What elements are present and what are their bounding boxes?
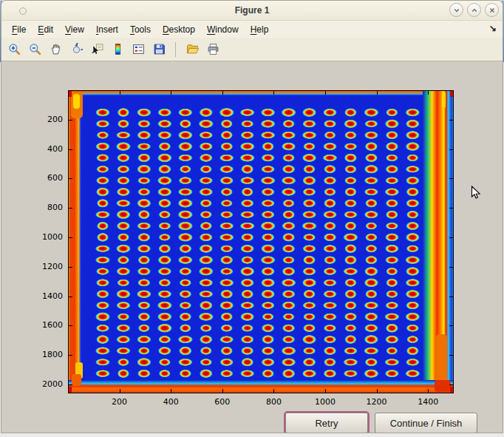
pan-hand-icon (50, 43, 62, 55)
y-tick-label: 2000 (27, 379, 63, 389)
x-tick-label: 1400 (418, 397, 438, 407)
window-title: Figure 1 (235, 5, 270, 16)
menu-edit[interactable]: Edit (32, 23, 59, 36)
x-tick-label: 1200 (367, 397, 387, 407)
close-icon (488, 7, 496, 14)
x-tick-label: 600 (214, 397, 230, 407)
zoom-out-button[interactable] (28, 43, 41, 56)
x-tick-label: 1000 (315, 397, 336, 407)
y-tick-label: 1400 (27, 291, 63, 301)
menu-desktop[interactable]: Desktop (157, 23, 201, 36)
x-tick-label: 200 (112, 397, 127, 407)
open-folder-icon (186, 43, 199, 55)
toolbar-separator (175, 42, 176, 57)
zoom-in-icon (8, 43, 21, 55)
retry-button[interactable]: Retry (285, 413, 368, 433)
y-tick-label: 1000 (27, 232, 63, 242)
mouse-cursor-icon (471, 186, 481, 200)
y-tick-label: 1600 (27, 320, 63, 330)
menu-insert[interactable]: Insert (90, 23, 124, 36)
close-button[interactable] (485, 3, 499, 17)
menu-window[interactable]: Window (201, 23, 245, 36)
maximize-button[interactable] (467, 3, 481, 17)
figure-window: Figure 1 (1, 1, 503, 433)
continue-finish-button[interactable]: Continue / Finish (375, 413, 477, 433)
dock-figure-icon[interactable]: ↘ (489, 23, 497, 33)
x-tick-label: 800 (266, 397, 282, 407)
data-cursor-button[interactable] (90, 43, 103, 56)
menu-tools[interactable]: Tools (124, 23, 157, 36)
save-floppy-icon (153, 43, 166, 55)
y-tick-label: 1800 (27, 350, 63, 359)
y-tick-label: 800 (27, 203, 63, 212)
zoom-out-icon (29, 43, 41, 55)
heatmap-canvas[interactable] (68, 90, 454, 393)
open-button[interactable] (185, 43, 199, 56)
legend-icon (132, 43, 145, 55)
window-controls (449, 3, 499, 17)
menu-bar: FileEditViewInsertToolsDesktopWindowHelp… (1, 21, 503, 38)
print-button[interactable] (206, 43, 219, 56)
window-menu-icon[interactable] (19, 7, 27, 15)
rotate-3d-button[interactable] (69, 43, 83, 56)
zoom-in-button[interactable] (7, 43, 21, 56)
print-icon (207, 43, 219, 55)
menu-file[interactable]: File (6, 23, 32, 36)
chevron-down-icon (453, 7, 460, 14)
colorbar-button[interactable] (111, 43, 124, 56)
toolbar (1, 38, 503, 61)
screen: Figure 1 (0, 0, 504, 437)
menu-help[interactable]: Help (245, 23, 275, 36)
title-bar[interactable]: Figure 1 (1, 1, 503, 21)
minimize-button[interactable] (449, 3, 463, 17)
pan-button[interactable] (49, 43, 62, 56)
menu-view[interactable]: View (59, 23, 90, 36)
y-tick-label: 1200 (27, 262, 63, 271)
y-tick-label: 600 (27, 173, 63, 183)
menubar-items: FileEditViewInsertToolsDesktopWindowHelp (6, 23, 274, 36)
data-cursor-icon (91, 43, 103, 55)
chevron-up-icon (471, 7, 478, 14)
legend-button[interactable] (132, 43, 145, 56)
save-button[interactable] (152, 43, 166, 56)
y-tick-label: 400 (27, 144, 63, 154)
rotate-3d-icon (70, 43, 83, 55)
colorbar-icon (112, 43, 124, 55)
x-tick-label: 400 (163, 397, 179, 407)
plot-area: Retry Continue / Finish 2004006008001000… (1, 61, 503, 433)
y-tick-label: 200 (27, 115, 63, 124)
